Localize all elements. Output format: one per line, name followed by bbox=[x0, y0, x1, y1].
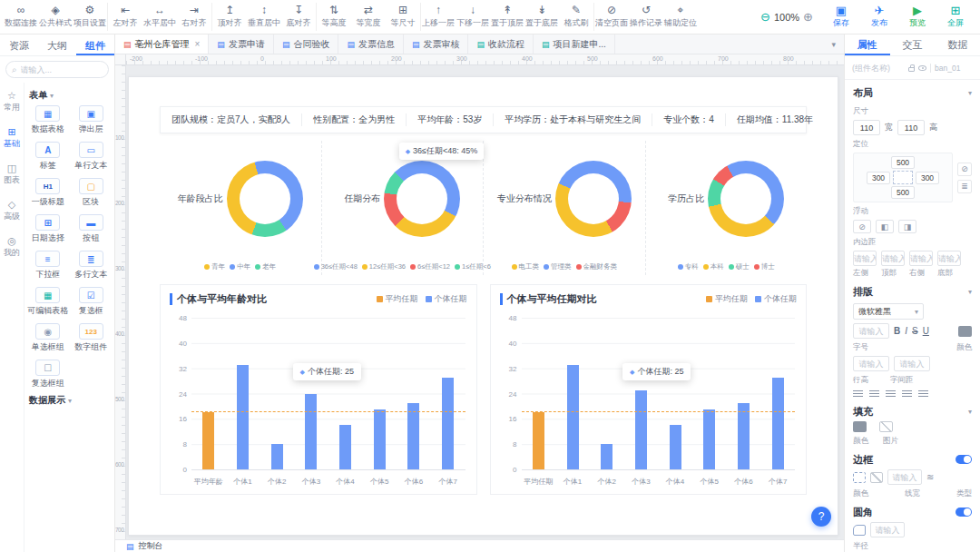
border-section-header[interactable]: 边框 bbox=[853, 449, 972, 469]
align-text-center-icon[interactable] bbox=[869, 390, 879, 399]
panel-tab-交互[interactable]: 交互 bbox=[890, 34, 936, 55]
float-left-button[interactable]: ◧ bbox=[876, 220, 894, 233]
radius-input[interactable] bbox=[870, 522, 905, 537]
border-color-swatch[interactable] bbox=[853, 472, 866, 483]
publish-button[interactable]: ✈发布 bbox=[860, 5, 898, 29]
bar[interactable] bbox=[339, 425, 351, 469]
bar-chart-widget[interactable]: 个体与平均任期对比平均任期个体任期081624324048◆个体任期: 25平均… bbox=[490, 284, 808, 495]
component-item[interactable]: ▣弹出层 bbox=[71, 105, 113, 135]
bar[interactable] bbox=[772, 378, 784, 469]
zoom-out-icon[interactable]: ⊖ bbox=[760, 10, 770, 24]
bar[interactable] bbox=[442, 378, 454, 469]
move-down-layer-button[interactable]: ↓下移一层 bbox=[456, 3, 490, 31]
help-button[interactable]: ? bbox=[811, 507, 831, 527]
bar[interactable] bbox=[533, 412, 544, 469]
sidebar-tab-组件[interactable]: 组件 bbox=[76, 34, 114, 55]
italic-button[interactable]: I bbox=[905, 326, 907, 336]
typography-section-header[interactable]: 排版 ▾ bbox=[853, 281, 972, 301]
page-tab[interactable]: ▤合同验收 bbox=[274, 34, 339, 54]
radius-swatch[interactable] bbox=[853, 525, 866, 536]
radius-toggle[interactable] bbox=[956, 508, 972, 517]
visibility-eye-icon[interactable] bbox=[918, 65, 926, 71]
sidebar-tab-资源[interactable]: 资源 bbox=[0, 34, 38, 55]
donut-chart-widget[interactable]: 年龄段占比青年中年老年 bbox=[160, 141, 321, 275]
category-basic[interactable]: ⊞基础 bbox=[4, 126, 20, 150]
bar[interactable] bbox=[567, 365, 579, 469]
clear-page-button[interactable]: ⊘清空页面 bbox=[594, 3, 629, 31]
donut-chart-widget[interactable]: 任期分布36≤任期<4812≤任期<366≤任期<121≤任期<6◆36≤任期<… bbox=[321, 141, 484, 275]
position-clear-icon[interactable]: ⊘ bbox=[957, 163, 972, 176]
format-painter-button[interactable]: ✎格式刷 bbox=[559, 3, 593, 31]
component-item[interactable]: ◉单选框组 bbox=[27, 323, 69, 353]
padding-top-input[interactable] bbox=[881, 251, 905, 266]
position-top-input[interactable] bbox=[891, 156, 915, 169]
send-to-back-button[interactable]: ↡置于底层 bbox=[524, 3, 559, 31]
align-text-distribute-icon[interactable] bbox=[918, 390, 928, 399]
padding-bottom-input[interactable] bbox=[937, 251, 961, 266]
font-size-input[interactable] bbox=[853, 323, 889, 339]
bar-chart-widget[interactable]: 个体与平均年龄对比平均任期个体任期081624324048◆个体任期: 25平均… bbox=[160, 284, 477, 495]
position-layers-icon[interactable]: ≣ bbox=[957, 180, 972, 193]
align-top-button[interactable]: ↥顶对齐 bbox=[212, 3, 247, 31]
page-tab[interactable]: ▤收款流程 bbox=[468, 34, 534, 54]
component-item[interactable]: ▭单行文本 bbox=[71, 142, 113, 172]
width-input[interactable] bbox=[853, 120, 880, 135]
component-item[interactable]: A标签 bbox=[27, 142, 69, 172]
donut-chart-widget[interactable]: 专业分布情况电工类管理类金融财务类 bbox=[483, 141, 645, 275]
donut-chart-widget[interactable]: 学历占比专科本科硕士博士 bbox=[645, 141, 808, 275]
component-item[interactable]: ▦可编辑表格 bbox=[27, 287, 69, 317]
category-advanced[interactable]: ◇高级 bbox=[4, 199, 20, 222]
panel-tab-数据[interactable]: 数据 bbox=[935, 34, 980, 55]
align-text-left-icon[interactable] bbox=[853, 390, 863, 399]
page-tab[interactable]: ▤发票申请 bbox=[209, 34, 274, 54]
palette-section-header[interactable]: 表单▾ bbox=[29, 89, 110, 102]
component-item[interactable]: ▬按钮 bbox=[71, 214, 113, 244]
artboard[interactable]: 团队规模：定员7人，实配8人性别配置：全为男性平均年龄：53岁平均学历：处于本科… bbox=[128, 76, 838, 536]
fullscreen-button[interactable]: ⊞全屏 bbox=[936, 5, 975, 29]
category-mine[interactable]: ◎我的 bbox=[4, 235, 20, 259]
border-type-icon[interactable]: ≋ bbox=[926, 472, 934, 482]
bold-button[interactable]: B bbox=[894, 326, 900, 336]
component-search[interactable]: ⌕ bbox=[5, 61, 109, 78]
component-item[interactable]: ▦数据表格 bbox=[27, 105, 69, 135]
component-item[interactable]: ☑复选框 bbox=[71, 287, 113, 317]
underline-button[interactable]: U bbox=[923, 326, 929, 336]
padding-right-input[interactable] bbox=[909, 251, 933, 266]
console-bar[interactable]: ▤ 控制台 bbox=[115, 539, 844, 552]
move-up-layer-button[interactable]: ↑上移一层 bbox=[421, 3, 456, 31]
font-family-select[interactable]: 微软雅黑 ▾ bbox=[853, 303, 924, 320]
page-tab[interactable]: ▤发票信息 bbox=[338, 34, 404, 54]
radius-section-header[interactable]: 圆角 bbox=[853, 502, 972, 522]
component-item[interactable]: 123数字组件 bbox=[71, 323, 113, 353]
history-button[interactable]: ↺操作记录 bbox=[629, 3, 663, 31]
height-input[interactable] bbox=[897, 120, 925, 135]
page-tab[interactable]: ▤发票审核 bbox=[404, 34, 469, 54]
bar[interactable] bbox=[601, 444, 612, 469]
letter-spacing-input[interactable] bbox=[894, 356, 930, 371]
panel-tab-属性[interactable]: 属性 bbox=[845, 34, 890, 55]
component-item[interactable]: ☐复选框组 bbox=[27, 360, 69, 389]
category-common[interactable]: ☆常用 bbox=[4, 90, 20, 113]
component-item[interactable]: ≡下拉框 bbox=[27, 251, 69, 281]
bar[interactable] bbox=[305, 394, 317, 470]
border-none-swatch[interactable] bbox=[870, 472, 883, 483]
bar[interactable] bbox=[271, 444, 283, 469]
category-chart[interactable]: ◫图表 bbox=[4, 163, 20, 186]
component-name-input[interactable] bbox=[852, 64, 905, 73]
bar[interactable] bbox=[202, 412, 214, 469]
align-right-button[interactable]: ⇥右对齐 bbox=[177, 3, 211, 31]
bar[interactable] bbox=[670, 425, 681, 469]
component-item[interactable]: ⊞日期选择 bbox=[27, 214, 69, 244]
align-vcenter-button[interactable]: ↕垂直居中 bbox=[247, 3, 281, 31]
sidebar-tab-大纲[interactable]: 大纲 bbox=[38, 34, 76, 55]
common-style-button[interactable]: ◈公共样式 bbox=[38, 3, 73, 31]
page-tab[interactable]: ▤亳州仓库管理× bbox=[115, 34, 209, 54]
design-canvas[interactable]: -200-1000100200300400500600700800900 100… bbox=[115, 54, 844, 539]
align-bottom-button[interactable]: ↧底对齐 bbox=[281, 3, 316, 31]
equal-height-button[interactable]: ⇅等高度 bbox=[317, 3, 351, 31]
fill-image-swatch[interactable] bbox=[879, 421, 893, 432]
line-height-input[interactable] bbox=[853, 356, 889, 371]
guides-button[interactable]: ⌖辅助定位 bbox=[663, 3, 698, 31]
preview-button[interactable]: ▶预览 bbox=[898, 5, 936, 29]
align-left-button[interactable]: ⇤左对齐 bbox=[108, 3, 142, 31]
